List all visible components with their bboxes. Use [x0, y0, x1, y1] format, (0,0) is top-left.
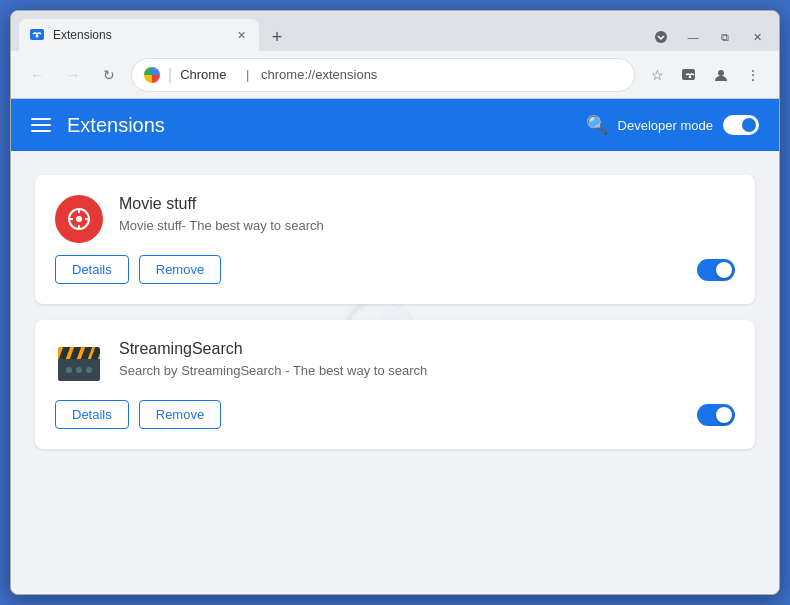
back-button[interactable]: ← [23, 61, 51, 89]
developer-mode-label: Developer mode [618, 118, 713, 133]
movie-stuff-description: Movie stuff- The best way to search [119, 217, 735, 235]
svg-point-1 [36, 35, 39, 38]
new-tab-button[interactable]: + [263, 23, 291, 51]
movie-stuff-actions: Details Remove [55, 255, 735, 284]
tab-title: Extensions [53, 28, 225, 42]
extension-info-top: Movie stuff Movie stuff- The best way to… [55, 195, 735, 243]
movie-stuff-toggle[interactable] [697, 259, 735, 281]
site-favicon-icon [144, 67, 160, 83]
user-button[interactable] [707, 61, 735, 89]
close-button[interactable]: ✕ [743, 27, 771, 47]
streaming-search-toggle[interactable] [697, 404, 735, 426]
movie-stuff-info: Movie stuff Movie stuff- The best way to… [119, 195, 735, 235]
forward-button[interactable]: → [59, 61, 87, 89]
streaming-search-description: Search by StreamingSearch - The best way… [119, 362, 735, 380]
extension-card-movie-stuff: Movie stuff Movie stuff- The best way to… [35, 175, 755, 304]
profile-dropdown-button[interactable] [647, 27, 675, 47]
window-controls: — ⧉ ✕ [647, 27, 771, 51]
extensions-content: 🔍 FLASH.COM Movie stuff [11, 151, 779, 594]
streaming-search-info: StreamingSearch Search by StreamingSearc… [119, 340, 735, 380]
address-bar: ← → ↻ | Chrome | chrome://extensions ☆ [11, 51, 779, 99]
developer-mode-area: 🔍 Developer mode [586, 114, 759, 136]
chrome-menu-button[interactable]: ⋮ [739, 61, 767, 89]
streaming-search-icon [55, 340, 103, 388]
bookmark-button[interactable]: ☆ [643, 61, 671, 89]
movie-stuff-icon [55, 195, 103, 243]
movie-stuff-name: Movie stuff [119, 195, 735, 213]
restore-button[interactable]: ⧉ [711, 27, 739, 47]
browser-window: Extensions ✕ + — ⧉ ✕ ← → ↻ | Chrome | ch… [10, 10, 780, 595]
hamburger-menu-button[interactable] [31, 118, 51, 132]
streaming-search-name: StreamingSearch [119, 340, 735, 358]
minimize-button[interactable]: — [679, 27, 707, 47]
streaming-search-details-button[interactable]: Details [55, 400, 129, 429]
extension-card-streaming-search: StreamingSearch Search by StreamingSearc… [35, 320, 755, 449]
svg-point-4 [689, 75, 692, 78]
url-site: Chrome [180, 67, 226, 82]
search-extensions-button[interactable]: 🔍 [586, 114, 608, 136]
streaming-search-remove-button[interactable]: Remove [139, 400, 221, 429]
tab-bar: Extensions ✕ + — ⧉ ✕ [11, 11, 779, 51]
tab-favicon-icon [29, 27, 45, 43]
tab-close-button[interactable]: ✕ [233, 27, 249, 43]
address-actions: ☆ ⋮ [643, 61, 767, 89]
movie-stuff-details-button[interactable]: Details [55, 255, 129, 284]
url-path: chrome://extensions [261, 67, 377, 82]
extensions-button[interactable] [675, 61, 703, 89]
svg-point-2 [655, 31, 667, 43]
url-bar[interactable]: | Chrome | chrome://extensions [131, 58, 635, 92]
active-tab[interactable]: Extensions ✕ [19, 19, 259, 51]
refresh-button[interactable]: ↻ [95, 61, 123, 89]
page-title: Extensions [67, 114, 586, 137]
extensions-header: Extensions 🔍 Developer mode [11, 99, 779, 151]
movie-stuff-remove-button[interactable]: Remove [139, 255, 221, 284]
developer-mode-toggle[interactable] [723, 115, 759, 135]
streaming-search-actions: Details Remove [55, 400, 735, 429]
svg-point-5 [718, 70, 724, 76]
svg-point-7 [76, 216, 82, 222]
streaming-search-info-top: StreamingSearch Search by StreamingSearc… [55, 340, 735, 388]
